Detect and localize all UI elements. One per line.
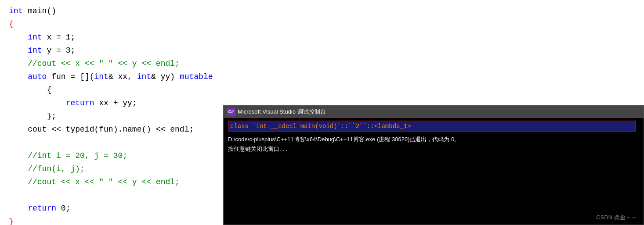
token: int [94, 70, 108, 83]
terminal-title-text: Microsoft Visual Studio 调试控制台 [238, 108, 326, 116]
code-line-5: //cout << x << " " << y << endl; [9, 57, 635, 70]
token [9, 202, 28, 215]
token: y = 3; [42, 44, 76, 57]
code-line-3: int x = 1; [9, 31, 635, 44]
terminal-highlighted-row: class `int __cdecl main(void)`::``2``::<… [228, 121, 639, 132]
token: fun = []( [47, 70, 94, 83]
token: int [28, 31, 42, 44]
csdn-watermark: CSDN @歪～～ [596, 214, 637, 221]
token: & yy) [151, 70, 180, 83]
token: //cout << x << " " << y << endl; [9, 175, 180, 189]
token: mutable [180, 70, 213, 83]
token: int [9, 4, 23, 18]
token: main() [23, 4, 56, 18]
terminal-icon-label: C# [228, 109, 234, 114]
token: auto [28, 70, 47, 83]
token [9, 44, 28, 57]
token: xx + yy; [94, 96, 137, 110]
terminal-highlighted-line: class `int __cdecl main(void)`::``2``::<… [228, 121, 636, 132]
code-line-2: { [9, 18, 635, 31]
token: 0; [56, 202, 70, 215]
terminal-output-line-1: D:\code\c-plusplus\C++11博客\x64\Debug\C++… [228, 135, 639, 144]
token: { [9, 18, 14, 31]
token: & xx, [109, 70, 137, 83]
token: x = 1; [42, 31, 76, 44]
main-container: int main() { int x = 1; int y = 3; //cou… [0, 0, 644, 225]
terminal-output-line-2: 按任意键关闭此窗口. . . [228, 144, 639, 154]
code-line-6: auto fun = []( int & xx, int & yy) mutab… [9, 70, 635, 83]
token: { [9, 83, 51, 96]
token [9, 96, 66, 110]
token: } [9, 215, 14, 225]
token: return [66, 96, 94, 110]
terminal-icon: C# [227, 108, 235, 116]
token: int [28, 44, 42, 57]
token: //int i = 20, j = 30; [9, 149, 127, 162]
token [9, 31, 28, 44]
token: return [28, 202, 56, 215]
token: cout << typeid(fun).name() << endl; [9, 123, 194, 136]
code-line-1: int main() [9, 4, 635, 18]
terminal-body: class `int __cdecl main(void)`::``2``::<… [224, 118, 644, 157]
code-line-7: { [9, 83, 635, 96]
token [9, 70, 28, 83]
code-line-4: int y = 3; [9, 44, 635, 57]
token [9, 189, 14, 202]
token: //cout << x << " " << y << endl; [9, 57, 180, 70]
token [9, 136, 14, 149]
terminal-title-bar: C# Microsoft Visual Studio 调试控制台 [224, 106, 644, 118]
terminal-overlay[interactable]: C# Microsoft Visual Studio 调试控制台 class `… [223, 105, 644, 225]
token: }; [9, 110, 56, 123]
token: //fun(i, j); [9, 162, 85, 175]
token: int [137, 70, 151, 83]
